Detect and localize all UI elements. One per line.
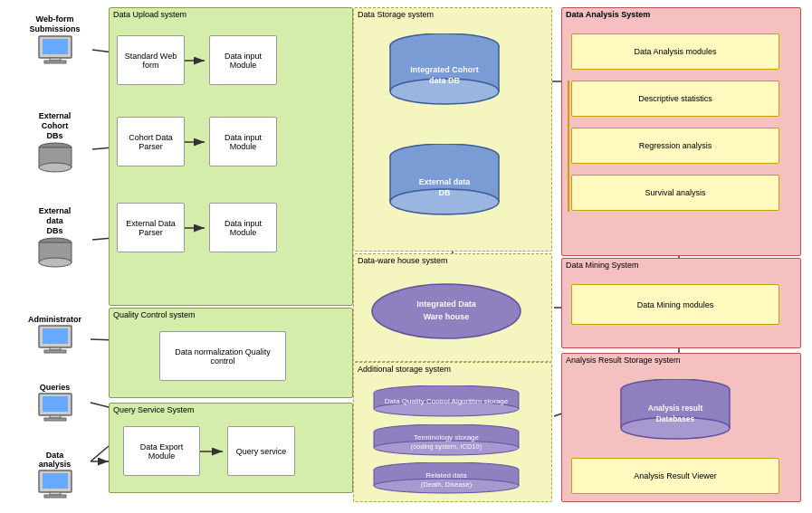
survival-analysis-module: Survival analysis (571, 175, 779, 211)
data-quality-storage: Data Quality Control Algorithm storage (368, 385, 526, 417)
computer-icon-2 (35, 324, 75, 356)
queries-actor: Queries (12, 383, 98, 426)
descriptive-statistics-module: Descriptive statistics (571, 81, 779, 117)
regression-analysis-label: Regression analysis (639, 141, 712, 150)
analysis-result-viewer-label: Analysis Result Viewer (634, 471, 716, 480)
external-data-parser-label: External Data Parser (119, 219, 182, 237)
svg-point-31 (39, 163, 72, 172)
computer-icon-3 (35, 392, 75, 424)
data-input-module-3-label: Data input Module (212, 219, 274, 237)
query-service-label: Query service (236, 447, 287, 456)
web-form-label: Web-form Submissions (12, 14, 98, 34)
external-data-parser-module: External Data Parser (117, 203, 185, 252)
regression-analysis-module: Regression analysis (571, 128, 779, 164)
computer-icon-1 (35, 34, 75, 67)
related-data-shape: Related data (Death, Disease) (368, 462, 526, 494)
svg-rect-44 (43, 473, 68, 489)
svg-text:Terminology storage: Terminology storage (414, 433, 480, 442)
integrated-cohort-db-shape: Integrated Cohort data DB (381, 33, 508, 106)
svg-rect-26 (43, 39, 68, 54)
svg-text:Data Quality Control Algorithm: Data Quality Control Algorithm storage (385, 397, 509, 405)
cylinder-icon-2 (35, 235, 75, 271)
svg-rect-40 (43, 396, 68, 412)
svg-rect-38 (44, 350, 66, 353)
arrow-form-to-input1 (185, 53, 209, 68)
web-form-submissions-actor: Web-form Submissions (12, 14, 98, 69)
cylinder-icon-1 (35, 140, 75, 176)
svg-text:Ware house: Ware house (424, 312, 470, 321)
data-mining-title: Data Mining System (562, 259, 800, 271)
queries-label: Queries (12, 383, 98, 392)
actors-column: Web-form Submissions ExternalCohortDBs E… (7, 7, 105, 505)
standard-web-form-module: Standard Web form (117, 35, 185, 85)
data-export-label: Data Export Module (126, 442, 197, 461)
svg-text:External data: External data (419, 177, 472, 186)
data-mining-modules: Data Mining modules (571, 284, 779, 325)
analysis-result-db-shape: Analysis result Databases (612, 379, 739, 442)
cohort-data-parser-module: Cohort Data Parser (117, 117, 185, 166)
svg-text:Integrated Cohort: Integrated Cohort (410, 65, 479, 74)
bracket-line (568, 81, 569, 212)
query-service-system: Query Service System Data Export Module … (109, 403, 353, 493)
svg-text:(coding system, ICD10): (coding system, ICD10) (411, 442, 482, 451)
administrator-actor: Administrator (12, 315, 98, 358)
svg-text:Databases: Databases (656, 414, 695, 423)
arrow-external-to-input3 (185, 221, 209, 235)
analysis-result-viewer: Analysis Result Viewer (571, 458, 779, 494)
data-storage-system: Data Storage system Integrated Cohort da… (353, 7, 552, 252)
data-storage-title: Data Storage system (354, 8, 551, 21)
svg-rect-28 (44, 61, 66, 63)
administrator-label: Administrator (12, 315, 98, 324)
external-data-db-shape: External data DB (381, 144, 508, 216)
external-data-dbs-actor: ExternaldataDBs (12, 206, 98, 273)
additional-storage-title: Additional storage system (354, 363, 551, 375)
external-cohort-dbs-actor: ExternalCohortDBs (12, 111, 98, 178)
data-upload-title: Data Upload system (110, 8, 352, 21)
analysis-result-system: Analysis Result Storage system Analysis … (561, 353, 801, 502)
data-input-module-3: Data input Module (209, 203, 277, 252)
additional-storage-system: Additional storage system Data Quality C… (353, 362, 552, 502)
integrated-data-warehouse: Integrated Data Ware house (368, 280, 526, 343)
data-input-module-1-label: Data input Module (212, 52, 274, 70)
data-warehouse-title: Data-ware house system (354, 254, 551, 267)
svg-rect-42 (44, 418, 66, 421)
data-mining-modules-label: Data Mining modules (637, 300, 714, 309)
data-analysis-modules-label: Data Analysis modules (634, 47, 716, 56)
survival-analysis-label: Survival analysis (645, 188, 705, 197)
svg-text:data DB: data DB (429, 76, 461, 85)
data-analysis-title: Data Analysis System (562, 8, 800, 21)
external-data-label: ExternaldataDBs (12, 206, 98, 235)
quality-control-title: Quality Control system (110, 309, 352, 321)
main-diagram: Web-form Submissions ExternalCohortDBs E… (0, 0, 812, 513)
data-input-module-2-label: Data input Module (212, 133, 274, 151)
terminology-storage-shape: Terminology storage (coding system, ICD1… (368, 424, 526, 456)
analysis-result-databases: Analysis result Databases (612, 379, 739, 442)
svg-point-34 (39, 258, 72, 267)
data-analysis-modules: Data Analysis modules (571, 33, 779, 70)
data-normalization-label: Data normalization Quality control (162, 347, 283, 366)
svg-text:Analysis result: Analysis result (648, 404, 703, 413)
data-analysis-actor: Dataanalysis (12, 451, 98, 503)
integrated-cohort-db: Integrated Cohort data DB (381, 33, 508, 106)
svg-text:Related data: Related data (425, 471, 467, 480)
external-data-db: External data DB (381, 144, 508, 216)
quality-control-system: Quality Control system Data normalizatio… (109, 308, 353, 398)
arrow-export-to-query (200, 444, 227, 459)
data-analysis-system: Data Analysis System Data Analysis modul… (561, 7, 801, 256)
warehouse-shape: Integrated Data Ware house (368, 280, 526, 343)
query-service-title: Query Service System (110, 404, 352, 416)
svg-point-65 (372, 284, 521, 338)
data-input-module-2: Data input Module (209, 117, 277, 166)
data-normalization-module: Data normalization Quality control (159, 331, 286, 381)
descriptive-statistics-label: Descriptive statistics (638, 94, 712, 103)
computer-icon-4 (35, 469, 75, 501)
svg-rect-36 (43, 328, 68, 344)
data-mining-system: Data Mining System Data Mining modules (561, 258, 801, 348)
analysis-result-title: Analysis Result Storage system (562, 354, 800, 366)
arrow-cohort-to-input2 (185, 135, 209, 149)
terminology-storage: Terminology storage (coding system, ICD1… (368, 424, 526, 456)
svg-text:Integrated Data: Integrated Data (416, 299, 477, 309)
svg-rect-46 (44, 495, 66, 498)
query-service-module: Query service (227, 426, 295, 476)
data-input-module-1: Data input Module (209, 35, 277, 85)
